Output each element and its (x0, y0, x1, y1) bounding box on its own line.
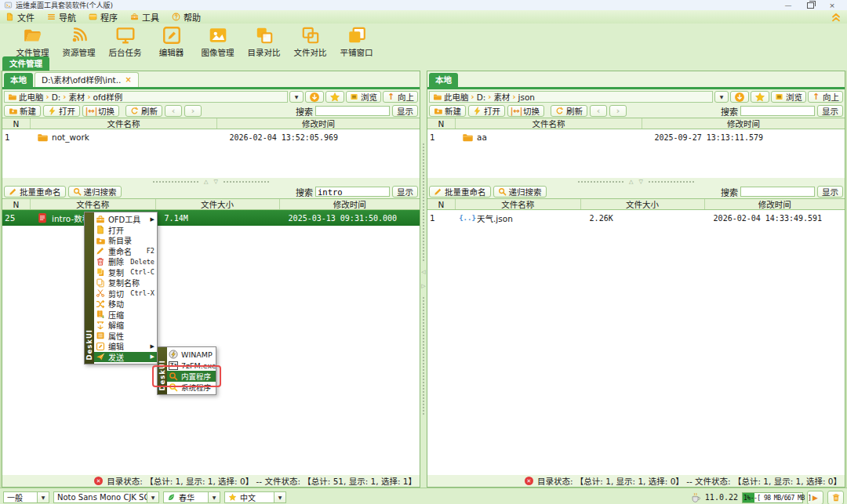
close-tab-icon[interactable]: × (125, 75, 131, 84)
favorite-button[interactable] (325, 91, 344, 103)
breadcrumb-segment[interactable]: D: (52, 92, 61, 102)
menu-item-edit[interactable]: 编辑▶ (94, 341, 157, 352)
style-select[interactable]: 春华 ▼ (163, 491, 220, 503)
breadcrumb-segment[interactable]: 素材 (68, 91, 85, 103)
show-button[interactable]: 显示 (392, 186, 418, 198)
restore-button[interactable] (799, 0, 821, 10)
file-row[interactable]: 25intro-数科.ofd7.14M2025-03-13 09:31:50.0… (2, 210, 420, 226)
menu-item-ofd-tools[interactable]: OFD工具▶ (94, 214, 157, 225)
file-search-input[interactable] (740, 187, 815, 197)
browse-button[interactable]: 浏览 (346, 91, 381, 103)
menu-item-new-dir[interactable]: 新目录 (94, 235, 157, 246)
new-button[interactable]: 新建 (4, 105, 41, 117)
breadcrumb-segment[interactable]: 素材 (493, 91, 510, 103)
menu-item-cut[interactable]: 剪切Ctrl-X (94, 288, 157, 299)
dropdown-arrow-icon[interactable]: ▼ (147, 491, 159, 503)
toolbar-editor[interactable]: 编辑器 (148, 25, 194, 58)
menu-item-send[interactable]: 发送▶ (94, 352, 157, 363)
refresh-button[interactable]: 刷新 (125, 105, 162, 117)
breadcrumb[interactable]: 此电脑›D:›素材›json (429, 91, 713, 103)
menu-item-properties[interactable]: 属性 (94, 331, 157, 342)
toolbar-image-manager[interactable]: 图像管理 (194, 25, 241, 58)
left-pane-tab-path[interactable]: D:\素材\ofd样例\int..× (35, 72, 139, 87)
left-pane-tab-local[interactable]: 本地 (4, 73, 33, 87)
dir-search-input[interactable] (740, 106, 815, 116)
submenu-item-7zfm[interactable]: 7z7zFM.exe (167, 360, 216, 371)
breadcrumb-segment[interactable]: D: (477, 92, 486, 102)
up-button[interactable]: ↑向上 (808, 91, 843, 103)
file-table-body[interactable]: 25intro-数科.ofd7.14M2025-03-13 09:31:50.0… (2, 210, 420, 475)
show-button[interactable]: 显示 (392, 105, 418, 117)
dir-table-body[interactable]: 1not_work2026-02-04 13:52:05.969 (2, 129, 420, 178)
menu-file[interactable]: 文件 (5, 11, 35, 24)
menu-item-move[interactable]: 移动 (94, 299, 157, 310)
file-table-body[interactable]: 1{..}天气.json2.26K2026-02-04 14:33:49.591 (427, 210, 845, 475)
dir-search-input[interactable] (315, 106, 390, 116)
breadcrumb-segment[interactable]: json (518, 92, 535, 102)
right-pane-tab-local[interactable]: 本地 (429, 73, 458, 87)
toolbar-file-compare[interactable]: 文件对比 (287, 25, 333, 58)
path-dropdown-button[interactable]: ▼ (289, 91, 304, 103)
file-row[interactable]: 1{..}天气.json2.26K2026-02-04 14:33:49.591 (427, 210, 845, 226)
submenu-item-system-program[interactable]: 系统程序 (167, 382, 216, 393)
menu-item-extract[interactable]: 解缩 (94, 320, 157, 331)
show-button[interactable]: 显示 (817, 105, 843, 117)
tab-file-manager[interactable]: 文件管理 (2, 56, 49, 71)
menu-item-rename[interactable]: 重命名F2 (94, 246, 157, 257)
toolbar-resource-manager[interactable]: 资源管理 (56, 25, 102, 58)
forward-button[interactable]: › (609, 105, 627, 117)
toolbar-tile-windows[interactable]: 平铺窗口 (333, 25, 380, 58)
menu-item-open[interactable]: 打开 (94, 225, 157, 236)
open-button[interactable]: 打开 (43, 105, 80, 117)
back-button[interactable]: ‹ (165, 105, 182, 117)
dir-row[interactable]: 1not_work2026-02-04 13:52:05.969 (2, 129, 420, 145)
menu-program[interactable]: 程序 (89, 11, 118, 24)
breadcrumb-segment[interactable]: 此电脑 (444, 91, 469, 103)
breadcrumb-segment[interactable]: 此电脑 (19, 91, 44, 103)
open-button[interactable]: 打开 (468, 105, 505, 117)
breadcrumb-segment[interactable]: ofd样例 (93, 91, 123, 103)
collapse-toolbar-icon[interactable] (831, 12, 842, 23)
dropdown-arrow-icon[interactable]: ▼ (274, 491, 286, 503)
minimize-button[interactable]: — (777, 0, 799, 10)
new-button[interactable]: 新建 (429, 105, 466, 117)
font-select[interactable]: Noto Sans Mono CJK SC ▼ (53, 491, 159, 503)
show-button[interactable]: 显示 (817, 186, 843, 198)
vertical-splitter[interactable]: ◁▷ (420, 71, 427, 488)
dir-table-body[interactable]: 1aa2025-09-27 13:13:11.579 (427, 129, 845, 178)
forward-button[interactable]: › (184, 105, 202, 117)
menu-help[interactable]: 帮助 (172, 11, 201, 24)
horizontal-splitter[interactable]: △▽ (2, 178, 420, 185)
trash-button[interactable] (827, 491, 844, 504)
batch-rename-button[interactable]: 批量重命名 (429, 186, 491, 198)
up-button[interactable]: ↑向上 (383, 91, 418, 103)
goto-button[interactable] (730, 91, 749, 103)
horizontal-splitter[interactable]: △▽ (427, 178, 845, 185)
menu-item-delete[interactable]: 删除Delete (94, 256, 157, 267)
menu-item-copy-name[interactable]: 复制名称 (94, 277, 157, 288)
browse-button[interactable]: 浏览 (771, 91, 806, 103)
path-dropdown-button[interactable]: ▼ (714, 91, 729, 103)
dir-row[interactable]: 1aa2025-09-27 13:13:11.579 (427, 129, 845, 145)
menu-tools[interactable]: 工具 (130, 11, 159, 24)
refresh-button[interactable]: 刷新 (551, 105, 587, 117)
recursive-search-button[interactable]: 递归搜索 (493, 186, 547, 198)
recursive-search-button[interactable]: 递归搜索 (68, 186, 122, 198)
favorite-button[interactable] (751, 91, 769, 103)
toolbar-dir-compare[interactable]: 目录对比 (241, 25, 287, 58)
submenu-item-builtin-program[interactable]: 内置程序 (167, 371, 216, 382)
dropdown-arrow-icon[interactable]: ▼ (38, 491, 49, 503)
switch-button[interactable]: |↔|切换 (82, 105, 119, 117)
switch-button[interactable]: |↔|切换 (507, 105, 544, 117)
breadcrumb[interactable]: 此电脑›D:›素材›ofd样例 (4, 91, 288, 103)
back-button[interactable]: ‹ (590, 105, 607, 117)
goto-button[interactable] (305, 91, 324, 103)
close-button[interactable]: × (821, 0, 843, 10)
file-search-input[interactable] (315, 187, 390, 197)
menu-item-copy[interactable]: 复制Ctrl-C (94, 267, 157, 278)
toolbar-background-tasks[interactable]: 后台任务 (102, 25, 148, 58)
dropdown-arrow-icon[interactable]: ▼ (209, 491, 220, 503)
toolbar-file-manager[interactable]: 文件管理 (9, 25, 56, 58)
mode-select[interactable]: 一般 ▼ (3, 491, 49, 503)
language-select[interactable]: 中文 ▼ (224, 491, 286, 503)
